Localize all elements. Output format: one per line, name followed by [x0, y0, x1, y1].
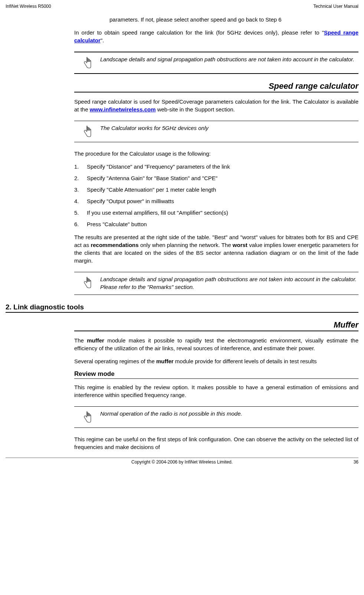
speed-range-calculator-heading: Speed range calculator: [74, 81, 358, 92]
step-number: 3.: [74, 186, 87, 194]
copyright-text: Copyright © 2004-2006 by InfiNet Wireles…: [20, 459, 344, 465]
speed-range-intro: In order to obtain speed range calculati…: [74, 29, 358, 44]
text-fragment: ".: [101, 37, 104, 43]
text-fragment: only when planning the network. The: [139, 242, 233, 248]
procedure-intro: The procedure for the Calculator usage i…: [74, 150, 358, 157]
hand-pointing-icon: [74, 55, 100, 69]
text-fragment: module makes it possible to rapidly test…: [74, 337, 358, 351]
text-fragment: In order to obtain speed range calculati…: [74, 29, 324, 36]
step-number: 2.: [74, 174, 87, 182]
muffer-description-1: The muffer module makes it possible to r…: [74, 336, 358, 352]
note-radio-not-possible: Normal operation of the radio is not pos…: [74, 406, 358, 428]
page-header: InfiNet Wireless R5000 Technical User Ma…: [6, 4, 358, 9]
step-text: Specify "Antenna Gain" for "Base Station…: [87, 174, 217, 182]
step-number: 6.: [74, 220, 87, 228]
step-number: 1.: [74, 163, 87, 170]
muffer-description-2: Several operating regimes of the muffer …: [74, 357, 358, 365]
step-text: Specify "Distance" and "Frequency" param…: [87, 163, 230, 170]
header-product: InfiNet Wireless R5000: [6, 4, 51, 9]
step-text: Specify "Output power" in milliwatts: [87, 197, 174, 205]
list-item: 4.Specify "Output power" in milliwatts: [74, 197, 358, 205]
note-5ghz-only: The Calculator works for 5GHz devices on…: [74, 121, 358, 142]
bold-text: recommendations: [91, 242, 138, 248]
hand-pointing-icon: [74, 124, 100, 138]
hand-pointing-icon: [74, 275, 100, 289]
note-text: Normal operation of the radio is not pos…: [100, 410, 358, 417]
review-mode-heading: Review mode: [74, 370, 358, 379]
list-item: 6.Press "Calculate" button: [74, 220, 358, 228]
note-text: Landscape details and signal propagation…: [100, 275, 358, 291]
text-fragment: web-site in the Support section.: [156, 106, 235, 113]
note-text: Landscape details and signal propagation…: [100, 55, 358, 63]
text-fragment: The: [74, 337, 87, 344]
list-item: 1.Specify "Distance" and "Frequency" par…: [74, 163, 358, 170]
review-mode-useful: This regime can be useful on the first s…: [74, 435, 358, 451]
calculator-description: Speed range calculator is used for Speed…: [74, 98, 358, 113]
results-description: The results are presented at the right s…: [74, 233, 358, 264]
link-diagnostic-tools-heading: 2. Link diagnostic tools: [6, 303, 358, 313]
hand-pointing-icon: [74, 410, 100, 424]
procedure-steps: 1.Specify "Distance" and "Frequency" par…: [74, 163, 358, 228]
step-number: 5.: [74, 209, 87, 217]
bold-text: muffer: [156, 358, 174, 364]
list-item: 2.Specify "Antenna Gain" for "Base Stati…: [74, 174, 358, 182]
page-footer: Copyright © 2004-2006 by InfiNet Wireles…: [6, 458, 358, 465]
review-mode-description: This regime is enabled by the review opt…: [74, 383, 358, 399]
text-fragment: module provide for different levels of d…: [174, 358, 317, 364]
page-number: 36: [344, 459, 358, 465]
step-text: Press "Calculate" button: [87, 220, 147, 228]
infinet-website-link[interactable]: www.infinetwireless.com: [90, 106, 156, 113]
bold-text: worst: [233, 242, 247, 248]
note-text: The Calculator works for 5GHz devices on…: [100, 124, 358, 132]
step-text: Specify "Cable Attenuation" per 1 meter …: [87, 186, 216, 194]
param-continuation: parameters. If not, please select anothe…: [109, 16, 358, 23]
bold-text: muffer: [87, 337, 104, 344]
header-doc-title: Technical User Manual: [314, 4, 358, 9]
list-item: 5.If you use external amplifiers, fill o…: [74, 209, 358, 217]
list-item: 3.Specify "Cable Attenuation" per 1 mete…: [74, 186, 358, 194]
note-landscape-2: Landscape details and signal propagation…: [74, 272, 358, 295]
muffer-heading: Muffer: [74, 320, 358, 331]
note-landscape-1: Landscape details and signal propagation…: [74, 52, 358, 74]
text-fragment: Several operating regimes of the: [74, 358, 156, 364]
step-text: If you use external amplifiers, fill out…: [87, 209, 228, 217]
step-number: 4.: [74, 197, 87, 205]
